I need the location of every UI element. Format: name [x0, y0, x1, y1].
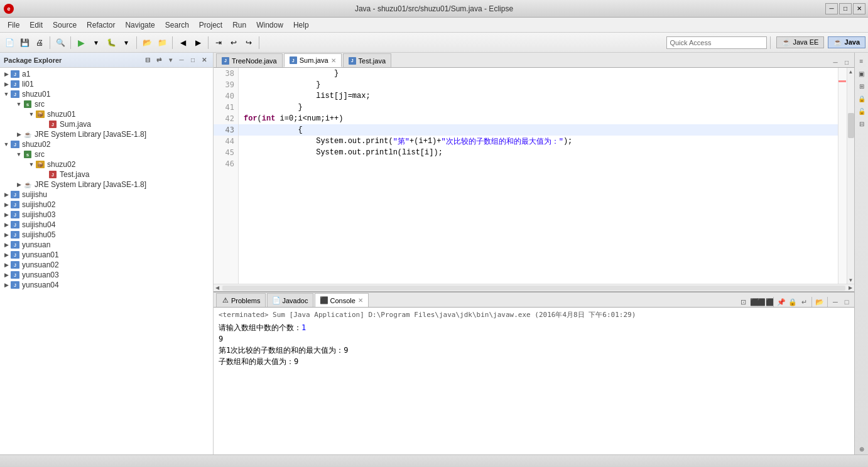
tree-item-test-java[interactable]: J Test.java	[0, 169, 213, 180]
editor-h-scrollbar[interactable]: ◀ ▶	[214, 284, 854, 291]
tab-treenode[interactable]: J TreeNode.java	[216, 53, 283, 67]
tree-item-shuzu01[interactable]: ▼ J shuzu01	[0, 89, 213, 99]
search-btn[interactable]: 🔍	[53, 36, 67, 50]
tree-item-yunsuan01[interactable]: ▶ J yunsuan01	[0, 250, 213, 260]
toolbar-sep-5	[208, 36, 209, 49]
toolbar-btn-extra3[interactable]: ↪	[242, 36, 256, 50]
h-scroll-right[interactable]: ▶	[847, 284, 854, 292]
print-button[interactable]: 🖨	[33, 36, 46, 50]
suijishu04-arrow: ▶	[3, 222, 10, 228]
tree-item-shuzu02-src[interactable]: ▼ s src	[0, 149, 213, 159]
menu-project[interactable]: Project	[194, 19, 227, 31]
next-edit[interactable]: ▶	[191, 36, 205, 50]
tree-item-a1[interactable]: ▶ J a1	[0, 69, 213, 79]
scroll-thumb[interactable]	[848, 113, 854, 138]
close-button[interactable]: ✕	[853, 3, 865, 14]
console-tab-close[interactable]: ✕	[358, 297, 363, 304]
code-content[interactable]: } } list[j]=max; } for(int i=0;i<num;i++…	[239, 68, 838, 284]
h-scroll-left[interactable]: ◀	[214, 284, 221, 292]
code-editor[interactable]: 38 39 40 41 42 43 44 45 46 } }	[214, 68, 854, 284]
tree-item-suijishu[interactable]: ▶ J suijishu	[0, 190, 213, 200]
menu-refactor[interactable]: Refactor	[82, 19, 120, 31]
src1-arrow: ▼	[15, 101, 23, 107]
right-btn-1[interactable]: ≡	[856, 55, 867, 67]
editor-minimize-btn[interactable]: ─	[830, 57, 840, 67]
explorer-close[interactable]: ✕	[199, 55, 209, 65]
debug-button[interactable]: 🐛	[104, 36, 118, 50]
explorer-view-menu[interactable]: ▾	[165, 55, 175, 65]
run-dropdown[interactable]: ▾	[89, 36, 103, 50]
scroll-up-btn[interactable]: ▲	[847, 68, 855, 75]
right-btn-2[interactable]: ▣	[856, 68, 867, 79]
tree-item-yunsuan[interactable]: ▶ J yunsuan	[0, 240, 213, 250]
yunsuan03-label: yunsuan03	[22, 271, 59, 279]
tree-item-suijishu03[interactable]: ▶ J suijishu03	[0, 210, 213, 220]
save-button[interactable]: 💾	[18, 36, 31, 50]
tab-javadoc[interactable]: 📄 Javadoc	[267, 293, 313, 307]
menu-edit[interactable]: Edit	[24, 19, 48, 31]
tree-item-suijishu05[interactable]: ▶ J suijishu05	[0, 230, 213, 240]
console-pin[interactable]: 📌	[776, 297, 786, 307]
menu-window[interactable]: Window	[251, 19, 288, 31]
right-btn-4[interactable]: 🔒	[856, 93, 867, 104]
tree-item-li01[interactable]: ▶ J li01	[0, 79, 213, 89]
console-clear-btn[interactable]: ⊡	[738, 297, 748, 307]
tree-item-yunsuan02[interactable]: ▶ J yunsuan02	[0, 260, 213, 270]
scroll-down-btn[interactable]: ▼	[847, 276, 855, 284]
tab-problems[interactable]: ⚠ Problems	[216, 293, 266, 307]
tab-console[interactable]: ⬛ Console ✕	[315, 293, 368, 307]
tree-item-jre2[interactable]: ▶ ☕ JRE System Library [JavaSE-1.8]	[0, 180, 213, 190]
tab-test[interactable]: J Test.java	[343, 53, 391, 67]
run-button[interactable]: ▶	[74, 36, 88, 50]
tree-item-yunsuan03[interactable]: ▶ J yunsuan03	[0, 270, 213, 280]
perspective-javaee[interactable]: ☕ Java EE	[776, 36, 824, 48]
console-word-wrap[interactable]: ↵	[799, 297, 809, 307]
toolbar-btn-extra1[interactable]: ⇥	[212, 36, 225, 50]
debug-dropdown[interactable]: ▾	[119, 36, 133, 50]
tree-item-shuzu01-pkg[interactable]: ▼ 📦 shuzu01	[0, 109, 213, 119]
explorer-maximize[interactable]: □	[188, 55, 198, 65]
right-btn-bottom[interactable]: ⊕	[856, 443, 867, 454]
right-btn-6[interactable]: ⊟	[856, 118, 867, 129]
editor-scrollbar[interactable]: ▲ ▼	[847, 68, 854, 284]
h-scroll-track[interactable]	[222, 286, 845, 291]
tree-item-shuzu02-pkg[interactable]: ▼ 📦 shuzu02	[0, 159, 213, 169]
editor-maximize-btn[interactable]: □	[842, 57, 852, 67]
tree-item-shuzu02[interactable]: ▼ J shuzu02	[0, 139, 213, 149]
tab-sum[interactable]: J Sum.java ✕	[284, 53, 342, 67]
console-minimize[interactable]: ─	[830, 297, 840, 307]
right-btn-3[interactable]: ⊞	[856, 80, 867, 92]
minimize-button[interactable]: ─	[825, 3, 838, 14]
tree-item-suijishu02[interactable]: ▶ J suijishu02	[0, 200, 213, 210]
problems-icon: ⚠	[222, 297, 229, 304]
menu-file[interactable]: File	[3, 19, 24, 31]
tree-item-sum-java[interactable]: J Sum.java	[0, 119, 213, 129]
new-button[interactable]: 📄	[3, 36, 16, 50]
maximize-button[interactable]: □	[839, 3, 852, 14]
console-open-file[interactable]: 📂	[815, 297, 825, 307]
sum-tab-close[interactable]: ✕	[331, 57, 336, 64]
explorer-collapse-all[interactable]: ⊟	[143, 55, 153, 65]
menu-help[interactable]: Help	[288, 19, 314, 31]
jre1-arrow: ▶	[15, 131, 23, 137]
tree-item-jre1[interactable]: ▶ ☕ JRE System Library [JavaSE-1.8]	[0, 129, 213, 139]
console-scroll-lock[interactable]: 🔒	[788, 297, 798, 307]
explorer-link-with-editor[interactable]: ⇄	[154, 55, 164, 65]
perspective-java[interactable]: ☕ Java	[828, 36, 865, 48]
menu-source[interactable]: Source	[48, 19, 82, 31]
quick-access-input[interactable]: Quick Access	[666, 36, 767, 49]
open-type[interactable]: 📂	[140, 36, 154, 50]
explorer-minimize[interactable]: ─	[176, 55, 187, 65]
menu-navigate[interactable]: Navigate	[120, 19, 160, 31]
tree-item-shuzu01-src[interactable]: ▼ s src	[0, 99, 213, 109]
open-resource[interactable]: 📁	[155, 36, 169, 50]
tree-item-yunsuan04[interactable]: ▶ J yunsuan04	[0, 280, 213, 290]
toolbar-btn-extra2[interactable]: ↩	[227, 36, 241, 50]
right-btn-5[interactable]: 🔓	[856, 105, 867, 117]
tree-item-suijishu04[interactable]: ▶ J suijishu04	[0, 220, 213, 230]
menu-search[interactable]: Search	[160, 19, 194, 31]
menu-run[interactable]: Run	[227, 19, 251, 31]
prev-edit[interactable]: ◀	[176, 36, 190, 50]
console-maximize[interactable]: □	[842, 297, 852, 307]
console-terminate-all[interactable]: ⬛⬛	[761, 297, 771, 307]
